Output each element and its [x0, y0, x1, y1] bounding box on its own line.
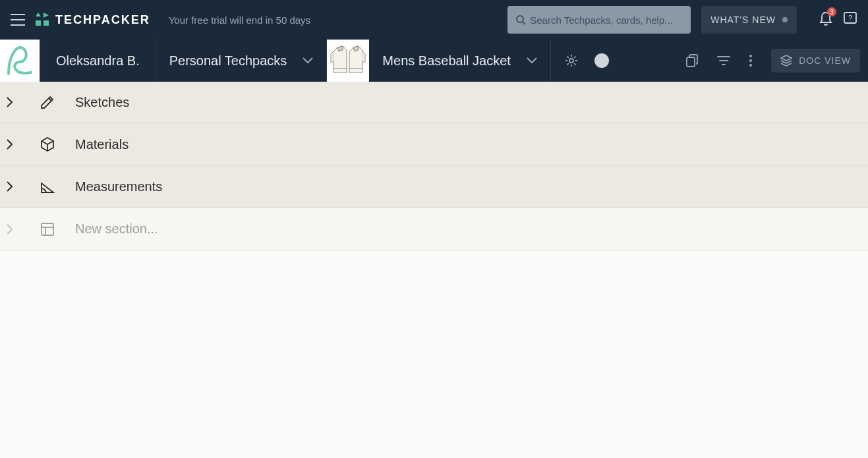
doc-view-button[interactable]: DOC VIEW [771, 49, 860, 72]
angle-icon [40, 179, 55, 194]
layers-icon [780, 55, 792, 67]
svg-rect-15 [42, 223, 53, 235]
whats-new-label: WHAT'S NEW [710, 14, 776, 25]
layout-icon [40, 221, 55, 237]
whats-new-dot-icon [782, 17, 788, 22]
product-name-label: Mens Baseball Jacket [382, 53, 511, 69]
cube-icon [40, 136, 55, 152]
copy-button[interactable] [685, 53, 699, 68]
sub-header: Oleksandra B. Personal Techpacks Mens Ba… [0, 40, 868, 82]
chevron-down-icon [303, 57, 313, 64]
expand-toggle[interactable] [7, 97, 20, 107]
notification-badge: 3 [827, 7, 836, 16]
product-dropdown[interactable]: Mens Baseball Jacket [369, 40, 550, 82]
filter-button[interactable] [717, 55, 730, 66]
product-toolbar [550, 40, 622, 82]
svg-rect-1 [43, 20, 49, 26]
chevron-right-icon [7, 139, 13, 150]
right-toolbar: DOC VIEW [685, 40, 868, 82]
chevron-down-icon [527, 57, 537, 64]
notifications-button[interactable]: 3 [819, 11, 832, 28]
svg-rect-11 [687, 57, 695, 67]
logo[interactable]: TECHPACKER [36, 13, 150, 27]
product-thumbnail[interactable] [327, 40, 369, 82]
svg-point-13 [749, 59, 752, 62]
expand-toggle[interactable] [7, 139, 20, 150]
filter-icon [717, 55, 730, 66]
section-title: Sketches [75, 95, 129, 110]
workspace-avatar[interactable] [0, 40, 40, 82]
svg-point-12 [749, 55, 752, 57]
expand-toggle [7, 224, 20, 235]
sections-list: Sketches Materials Measurements [0, 82, 868, 250]
svg-line-5 [523, 22, 525, 24]
collection-label: Personal Techpacks [169, 53, 287, 69]
help-button[interactable]: ? [843, 11, 857, 28]
chevron-right-icon [7, 97, 13, 107]
svg-point-4 [517, 16, 523, 22]
copy-icon [685, 53, 699, 68]
section-row-materials[interactable]: Materials [0, 124, 868, 166]
whats-new-button[interactable]: WHAT'S NEW [701, 6, 797, 34]
search-box[interactable] [507, 6, 691, 34]
help-icon: ? [843, 11, 857, 26]
measurements-icon [40, 179, 55, 194]
gear-icon [564, 53, 579, 68]
logo-mark-icon [36, 13, 50, 27]
svg-marker-3 [36, 13, 41, 16]
user-name[interactable]: Oleksandra B. [40, 40, 156, 82]
svg-point-14 [749, 64, 752, 67]
doc-view-label: DOC VIEW [799, 55, 851, 66]
new-section-row[interactable] [0, 208, 868, 250]
avatar-icon [3, 42, 36, 79]
more-vertical-icon [749, 54, 753, 67]
chevron-right-icon [7, 224, 13, 235]
new-section-input[interactable] [75, 221, 273, 237]
materials-icon [40, 136, 55, 152]
sketches-icon [40, 94, 55, 110]
new-section-icon [40, 221, 55, 237]
expand-toggle[interactable] [7, 181, 20, 192]
search-icon [515, 14, 526, 25]
svg-rect-0 [36, 20, 41, 26]
chevron-right-icon [7, 181, 13, 192]
trial-message: Your free trial will end in 50 days [169, 14, 310, 26]
settings-button[interactable] [564, 53, 579, 68]
pencil-icon [40, 94, 55, 110]
collection-dropdown[interactable]: Personal Techpacks [156, 40, 328, 82]
svg-marker-2 [43, 13, 49, 18]
brand-name: TECHPACKER [55, 13, 150, 27]
section-row-sketches[interactable]: Sketches [0, 82, 868, 124]
section-row-measurements[interactable]: Measurements [0, 166, 868, 208]
hamburger-icon [11, 14, 25, 26]
section-title: Materials [75, 137, 129, 152]
more-button[interactable] [749, 54, 753, 67]
section-title: Measurements [75, 179, 162, 194]
top-header: TECHPACKER Your free trial will end in 5… [0, 0, 868, 40]
svg-point-10 [569, 59, 573, 63]
menu-button[interactable] [11, 14, 25, 26]
svg-text:?: ? [848, 14, 852, 22]
status-indicator[interactable] [594, 53, 609, 68]
search-input[interactable] [530, 14, 683, 26]
jacket-icon [330, 42, 366, 79]
